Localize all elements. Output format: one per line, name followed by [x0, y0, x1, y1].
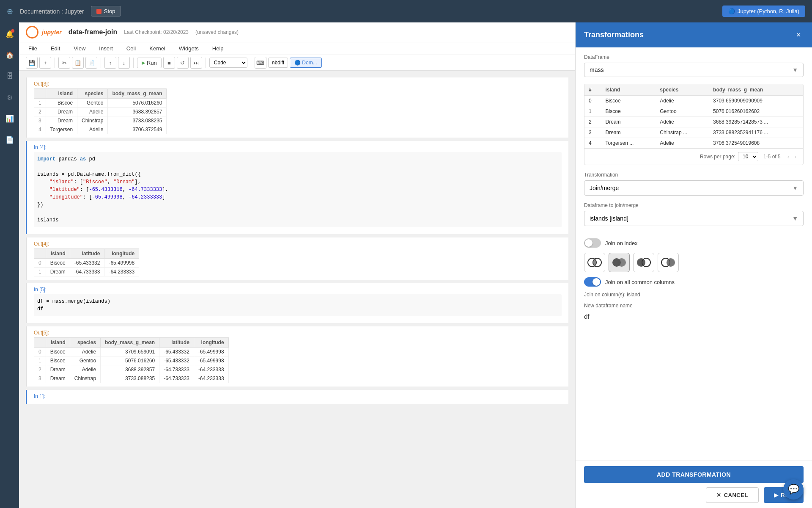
join-columns-info: Join on column(s): island — [584, 292, 804, 298]
join-type-inner[interactable] — [584, 253, 605, 272]
dom-button[interactable]: 🔵 Dom... — [290, 58, 322, 68]
run-play-icon: ▶ — [774, 492, 779, 498]
join-type-right[interactable] — [658, 253, 679, 272]
join-type-left[interactable] — [633, 253, 654, 272]
sidebar-icon-database[interactable]: 🗄 — [3, 70, 16, 83]
venn-inner — [587, 257, 602, 268]
join-df-value: islands [island] — [590, 215, 628, 222]
menu-widgets[interactable]: Widgets — [176, 44, 201, 53]
toolbar-move-down[interactable]: ↓ — [118, 57, 130, 69]
notebook-title[interactable]: data-frame-join — [69, 28, 118, 36]
output-table-4: island latitude longitude 0Biscoe-65.433… — [34, 248, 139, 276]
toolbar-fast-forward[interactable]: ⏭ — [190, 57, 202, 69]
menu-cell[interactable]: Cell — [124, 44, 138, 53]
topbar-title: Documentation : Jupyter — [20, 8, 84, 15]
menu-kernel[interactable]: Kernel — [147, 44, 168, 53]
join-on-index-toggle[interactable] — [584, 238, 601, 248]
app-logo: ⊕ — [7, 7, 13, 16]
dataframe-section: DataFrame mass ▼ — [584, 54, 804, 77]
add-transformation-button[interactable]: ADD TRANSFORMATION — [584, 466, 804, 483]
join-all-columns-option: Join on all common columns — [584, 277, 804, 287]
output-table-3: island species body_mass_g_mean 1BiscoeG… — [34, 88, 167, 134]
toolbar-restart[interactable]: ↺ — [177, 57, 189, 69]
dataframe-dropdown[interactable]: mass ▼ — [584, 63, 804, 77]
transformation-arrow: ▼ — [792, 185, 798, 191]
table-row: 3DreamChinstrap3733.088235 — [34, 116, 167, 125]
chat-icon: 💬 — [788, 484, 799, 495]
toolbar-add-cell[interactable]: + — [39, 57, 51, 69]
join-all-columns-label: Join on all common columns — [605, 279, 675, 285]
cell-output-3: Out[3]: island species body_mass_g_mean … — [26, 77, 568, 138]
cell-out5: Out[5]: island species body_mass_g_mean … — [26, 326, 568, 387]
nbdiff-button[interactable]: nbdiff — [268, 58, 288, 68]
table-footer: Rows per page: 10 25 50 1-5 of 5 ‹ › — [584, 148, 803, 165]
svg-point-7 — [667, 258, 675, 267]
cell-empty: In [ ]: — [26, 390, 568, 404]
jupyter-header: jupyter data-frame-join Last Checkpoint:… — [19, 22, 575, 42]
chat-bubble[interactable]: 💬 — [783, 479, 804, 500]
stop-label: Stop — [104, 8, 115, 14]
stop-button[interactable]: Stop — [91, 6, 121, 17]
menu-file[interactable]: File — [26, 44, 40, 53]
join-df-dropdown[interactable]: islands [island] ▼ — [584, 211, 804, 226]
toolbar-cut[interactable]: ✂ — [58, 57, 70, 69]
preview-row: 2DreamAdelie3688.3928571428573 ... — [584, 117, 803, 127]
menu-insert[interactable]: Insert — [96, 44, 115, 53]
sidebar-icon-docs[interactable]: 📄 — [3, 133, 16, 146]
menu-view[interactable]: View — [71, 44, 88, 53]
toolbar-sep2 — [101, 58, 101, 68]
table-row: 0BiscoeAdelie3709.659091-65.433332-65.49… — [34, 348, 229, 356]
preview-table: # island species body_mass_g_mean 0Bisco… — [584, 84, 803, 148]
jupyter-wordmark: jupyter — [42, 29, 62, 36]
table-row: 1Dream-64.733333-64.233333 — [34, 268, 139, 276]
panel-close-button[interactable]: × — [793, 29, 804, 41]
menu-edit[interactable]: Edit — [48, 44, 63, 53]
venn-right — [661, 257, 676, 268]
page-prev-button[interactable]: ‹ — [786, 152, 791, 161]
sidebar-icon-home[interactable]: 🏠 — [3, 49, 16, 61]
sidebar-icon-settings[interactable]: ⚙ — [3, 91, 16, 104]
toolbar-copy[interactable]: 📋 — [72, 57, 84, 69]
transformation-label: Transformation — [584, 172, 804, 178]
join-on-index-label: Join on index — [605, 240, 638, 246]
sidebar-icon-chart[interactable]: 📊 — [3, 112, 16, 125]
jupyter-logo-icon — [26, 26, 38, 39]
panel-title: Transformations — [584, 30, 644, 39]
toolbar-stop[interactable]: ■ — [163, 57, 175, 69]
toggle-all-knob — [593, 278, 600, 286]
toolbar-move-up[interactable]: ↑ — [104, 57, 116, 69]
toggle-knob — [585, 239, 593, 247]
cell-out4: Out[4]: island latitude longitude 0Bisco… — [26, 237, 568, 280]
jupyter-area: jupyter data-frame-join Last Checkpoint:… — [19, 22, 575, 508]
join-all-columns-toggle[interactable] — [584, 277, 601, 287]
sidebar-icon-notifications[interactable]: 🔔 — [3, 28, 16, 40]
table-row: 3DreamChinstrap3733.088235-64.733333-64.… — [34, 374, 229, 383]
transformation-dropdown[interactable]: Join/merge ▼ — [584, 180, 804, 196]
code-in4[interactable]: import pandas as pd islands = pd.DataFra… — [34, 152, 562, 227]
toolbar-save[interactable]: 💾 — [26, 57, 38, 69]
cancel-button[interactable]: ✕ CANCEL — [706, 487, 759, 503]
panel-body: DataFrame mass ▼ # island species body_m… — [576, 47, 812, 461]
code-in5[interactable]: df = mass.merge(islands)df — [34, 294, 562, 316]
page-next-button[interactable]: › — [793, 152, 798, 161]
rows-per-page-select[interactable]: 10 25 50 — [738, 152, 758, 161]
cell-in4: In [4]: import pandas as pd islands = pd… — [26, 141, 568, 234]
menu-help[interactable]: Help — [210, 44, 226, 53]
join-type-outer[interactable] — [609, 253, 630, 272]
preview-row: 3DreamChinstrap ...3733.0882352941176 ..… — [584, 127, 803, 138]
jupyter-icon: 🔵 — [728, 8, 735, 14]
cell-in5: In [5]: df = mass.merge(islands)df — [26, 283, 568, 323]
transformation-section: Transformation Join/merge ▼ — [584, 172, 804, 196]
table-row: 1BiscoeGentoo5076.016260-65.433332-65.49… — [34, 356, 229, 365]
cell-type-select[interactable]: Code Markdown Raw — [209, 58, 247, 68]
checkpoint-text: Last Checkpoint: 02/20/2023 — [124, 29, 189, 35]
toolbar-paste[interactable]: 📄 — [85, 57, 97, 69]
svg-point-4 — [637, 258, 645, 267]
run-button[interactable]: ▶ Run — [137, 58, 162, 68]
toolbar-keyboard[interactable]: ⌨ — [255, 57, 266, 69]
venn-outer — [612, 257, 627, 268]
dataframe-dropdown-arrow: ▼ — [792, 66, 798, 73]
jupyter-env[interactable]: 🔵 Jupyter (Python, R, Julia) — [722, 6, 805, 17]
rows-per-page: Rows per page: 10 25 50 — [700, 152, 758, 161]
rows-per-page-label: Rows per page: — [700, 154, 735, 160]
